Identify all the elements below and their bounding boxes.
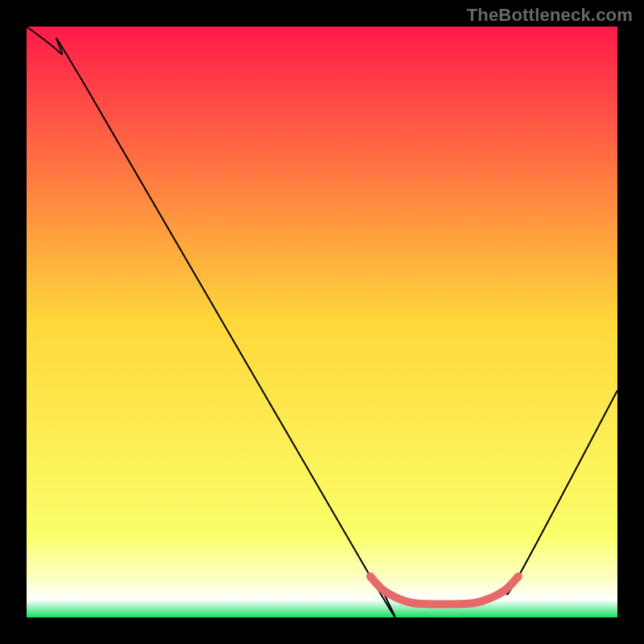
plot-area-gradient bbox=[27, 27, 617, 617]
bottleneck-chart bbox=[0, 0, 644, 644]
chart-container: TheBottleneck.com bbox=[0, 0, 644, 644]
watermark-text: TheBottleneck.com bbox=[467, 5, 633, 26]
